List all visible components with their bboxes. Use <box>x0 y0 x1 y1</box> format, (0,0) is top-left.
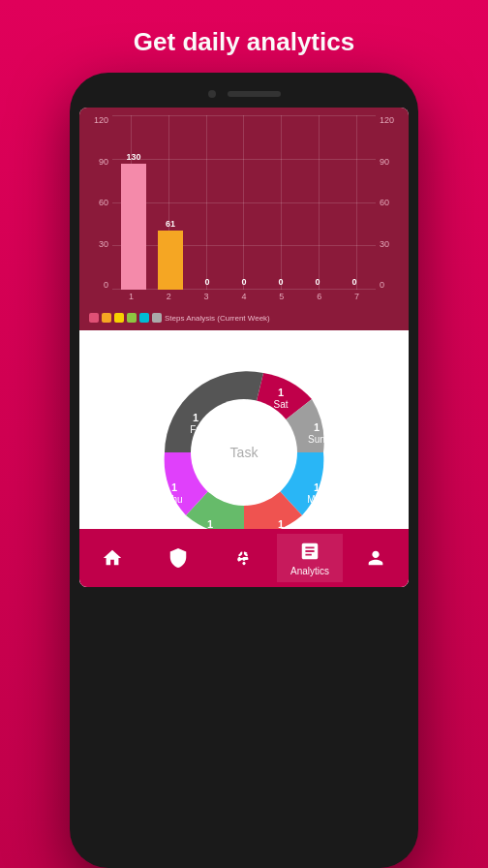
nav-label-analytics: Analytics <box>290 566 329 576</box>
bar-7 <box>342 289 366 290</box>
chart-section: 120 90 60 30 0 <box>79 108 409 330</box>
donut-container: 1 Sat 1 Sun 1 Mon 1 Tue 1 Wed <box>137 346 351 559</box>
nav-item-analytics[interactable]: Analytics <box>277 534 343 582</box>
camera-dot <box>208 90 216 98</box>
mon-num: 1 <box>314 481 320 493</box>
profile-icon <box>364 546 387 570</box>
nav-item-profile[interactable] <box>343 541 409 575</box>
thu-num: 1 <box>171 481 177 493</box>
bar-column-2: 61 <box>153 115 188 290</box>
sun-label: Sun <box>308 434 325 445</box>
sun-num: 1 <box>314 421 320 433</box>
legend-dot-1 <box>89 313 99 323</box>
bar-3 <box>195 289 219 290</box>
chart-body: 130 61 0 <box>112 115 376 309</box>
bar-1 <box>121 164 145 290</box>
bar-column-4: 0 <box>227 115 261 290</box>
sat-num: 1 <box>278 387 284 398</box>
bar-column-7: 0 <box>337 115 372 290</box>
legend-dot-4 <box>127 313 137 323</box>
y-axis-left: 120 90 60 30 0 <box>85 115 112 309</box>
bar-column-6: 0 <box>300 115 335 290</box>
bar-column-5: 0 <box>263 115 298 290</box>
legend-dot-5 <box>139 313 149 323</box>
page-title: Get daily analytics <box>114 0 374 73</box>
chart-legend-text: Steps Analysis (Current Week) <box>165 314 270 323</box>
legend-dot-6 <box>152 313 162 323</box>
sat-label: Sat <box>273 399 288 410</box>
legend-dot-3 <box>114 313 124 323</box>
x-labels: 1 2 3 4 5 6 7 <box>112 292 376 309</box>
bar-4 <box>231 289 256 290</box>
donut-svg: 1 Sat 1 Sun 1 Mon 1 Tue 1 Wed <box>137 346 351 559</box>
chart-legend: Steps Analysis (Current Week) <box>85 309 403 325</box>
mon-label: Mon <box>307 494 325 505</box>
phone-frame: 120 90 60 30 0 <box>70 73 418 868</box>
bar-column-3: 0 <box>190 115 225 290</box>
donut-center-label: Task <box>230 445 259 460</box>
bar-5 <box>268 289 292 290</box>
bar-6 <box>305 289 329 290</box>
phone-screen: 120 90 60 30 0 <box>79 108 409 587</box>
phone-wrapper: 120 90 60 30 0 <box>65 73 423 868</box>
bars-container: 130 61 0 <box>112 115 376 290</box>
legend-dot-2 <box>102 313 111 323</box>
shield-icon <box>167 546 190 570</box>
speaker-bar <box>228 91 281 97</box>
analytics-icon <box>298 540 321 563</box>
fri-num: 1 <box>193 412 198 423</box>
home-icon <box>101 546 124 570</box>
bar-column-1: 130 <box>116 115 151 290</box>
bottom-nav: Analytics <box>79 529 409 587</box>
bar-2 <box>158 231 182 290</box>
y-axis-right: 120 90 60 30 0 <box>376 115 403 309</box>
nav-item-home[interactable] <box>79 541 145 575</box>
nav-item-fan[interactable] <box>211 541 277 575</box>
thu-label: Thu <box>166 494 182 505</box>
fan-icon <box>232 546 256 570</box>
fri-label: Fri <box>190 424 201 435</box>
nav-item-shield[interactable] <box>145 541 211 575</box>
